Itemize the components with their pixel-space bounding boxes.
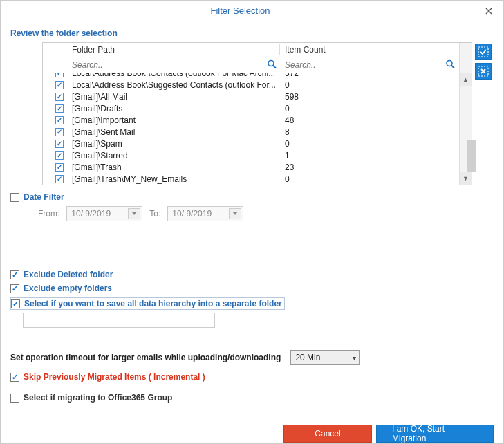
row-checkbox[interactable] (55, 104, 64, 113)
date-filter-label: Date Filter (24, 192, 64, 202)
row-item-count: 48 (281, 115, 459, 125)
office365-group-checkbox[interactable] (10, 394, 19, 403)
row-checkbox[interactable] (55, 151, 64, 160)
scroll-down-icon[interactable]: ▼ (460, 172, 472, 185)
table-body: Local\Address Book \Contacts (outlook Fo… (43, 73, 459, 185)
timeout-select[interactable]: 20 Min ▾ (290, 350, 360, 365)
row-item-count: 372 (281, 73, 459, 78)
select-all-button[interactable] (475, 44, 492, 60)
exclude-deleted-option[interactable]: Exclude Deleted folder (10, 270, 494, 279)
save-hierarchy-checkbox[interactable] (11, 299, 20, 308)
to-label: To: (149, 209, 160, 219)
date-filter-option[interactable]: Date Filter (10, 192, 494, 202)
svg-point-0 (268, 61, 274, 66)
search-folder-input[interactable] (71, 59, 278, 71)
folder-table: Folder Path Item Count (42, 42, 472, 185)
deselect-all-button[interactable] (475, 63, 492, 80)
col-item-count-header[interactable]: Item Count (281, 43, 459, 57)
exclude-empty-label: Exclude empty folders (24, 284, 112, 293)
row-item-count: 8 (281, 127, 459, 137)
row-folder-path: [Gmail]\Trash (68, 163, 281, 172)
row-item-count: 0 (281, 139, 459, 149)
col-check-header (43, 43, 68, 57)
svg-line-1 (273, 66, 276, 68)
scrollbar[interactable]: ▲ ▼ (459, 73, 472, 185)
to-date-input[interactable]: 10/ 9/2019 (167, 206, 243, 221)
row-checkbox[interactable] (55, 81, 64, 89)
exclude-empty-checkbox[interactable] (10, 284, 19, 293)
col-folder-path-label: Folder Path (72, 45, 115, 55)
chevron-down-icon: ▾ (353, 354, 356, 362)
exclude-empty-option[interactable]: Exclude empty folders (10, 284, 494, 293)
office365-group-option[interactable]: Select if migrating to Office365 Group (10, 393, 494, 403)
exclude-deleted-label: Exclude Deleted folder (24, 270, 113, 279)
row-checkbox[interactable] (55, 163, 64, 172)
search-count-input[interactable] (283, 59, 456, 71)
svg-rect-4 (478, 47, 488, 57)
scroll-thumb[interactable] (467, 140, 476, 172)
calendar-dropdown-icon[interactable] (229, 208, 241, 219)
table-row[interactable]: [Gmail]\Drafts0 (43, 102, 459, 114)
row-folder-path: [Gmail]\Sent Mail (68, 127, 281, 137)
row-folder-path: Local\Address Book\Suggested Contacts (o… (68, 80, 281, 90)
row-item-count: 23 (281, 163, 459, 172)
from-label: From: (38, 209, 59, 219)
save-hierarchy-label: Select if you want to save all data hier… (24, 299, 282, 308)
svg-line-3 (451, 66, 454, 68)
skip-migrated-option[interactable]: Skip Previously Migrated Items ( Increme… (10, 372, 494, 382)
save-hierarchy-option[interactable]: Select if you want to save all data hier… (11, 299, 282, 308)
cancel-button[interactable]: Cancel (283, 425, 372, 443)
row-folder-path: [Gmail]\Starred (68, 151, 281, 160)
row-folder-path: [Gmail]\Drafts (68, 104, 281, 113)
table-row[interactable]: Local\Address Book\Suggested Contacts (o… (43, 79, 459, 91)
row-checkbox[interactable] (55, 175, 64, 183)
date-filter-checkbox[interactable] (10, 193, 19, 202)
table-row[interactable]: [Gmail]\All Mail598 (43, 91, 459, 102)
search-icon[interactable] (267, 59, 277, 71)
calendar-dropdown-icon[interactable] (128, 208, 140, 219)
row-item-count: 1 (281, 151, 459, 160)
svg-point-2 (447, 61, 452, 66)
start-migration-button[interactable]: I am OK, Start Migration (376, 425, 494, 443)
exclude-deleted-checkbox[interactable] (10, 270, 19, 279)
section-label: Review the folder selection (10, 28, 494, 38)
close-icon[interactable] (480, 4, 498, 18)
from-date-input[interactable]: 10/ 9/2019 (66, 206, 142, 221)
table-row[interactable]: [Gmail]\Spam0 (43, 138, 459, 149)
row-checkbox[interactable] (55, 93, 64, 101)
table-row[interactable]: [Gmail]\Trash\MY_New_Emails0 (43, 173, 459, 185)
row-checkbox[interactable] (55, 116, 64, 124)
table-row[interactable]: [Gmail]\Trash23 (43, 161, 459, 173)
row-item-count: 0 (281, 174, 459, 184)
row-checkbox[interactable] (55, 73, 64, 77)
row-folder-path: Local\Address Book \Contacts (outlook Fo… (68, 73, 281, 78)
titlebar: Filter Selection (1, 1, 503, 21)
row-item-count: 0 (281, 80, 459, 90)
office365-group-label: Select if migrating to Office365 Group (24, 393, 172, 403)
skip-migrated-checkbox[interactable] (10, 373, 19, 382)
timeout-label: Set operation timeout for larger emails … (10, 353, 281, 362)
row-folder-path: [Gmail]\Trash\MY_New_Emails (68, 174, 281, 184)
search-icon[interactable] (445, 59, 455, 71)
row-checkbox[interactable] (55, 128, 64, 136)
hierarchy-folder-input[interactable] (23, 313, 215, 328)
table-row[interactable]: [Gmail]\Important48 (43, 114, 459, 126)
col-folder-path-header[interactable]: Folder Path (68, 43, 281, 57)
window-title: Filter Selection (1, 6, 480, 16)
table-row[interactable]: [Gmail]\Starred1 (43, 149, 459, 161)
col-item-count-label: Item Count (285, 45, 326, 55)
skip-migrated-label: Skip Previously Migrated Items ( Increme… (24, 372, 205, 382)
scroll-up-icon[interactable]: ▲ (460, 73, 472, 86)
timeout-value: 20 Min (295, 353, 320, 362)
row-checkbox[interactable] (55, 140, 64, 148)
row-folder-path: [Gmail]\Spam (68, 139, 281, 149)
row-folder-path: [Gmail]\Important (68, 115, 281, 125)
row-item-count: 0 (281, 104, 459, 113)
table-row[interactable]: Local\Address Book \Contacts (outlook Fo… (43, 73, 459, 79)
row-item-count: 598 (281, 92, 459, 102)
row-folder-path: [Gmail]\All Mail (68, 92, 281, 102)
table-row[interactable]: [Gmail]\Sent Mail8 (43, 126, 459, 138)
